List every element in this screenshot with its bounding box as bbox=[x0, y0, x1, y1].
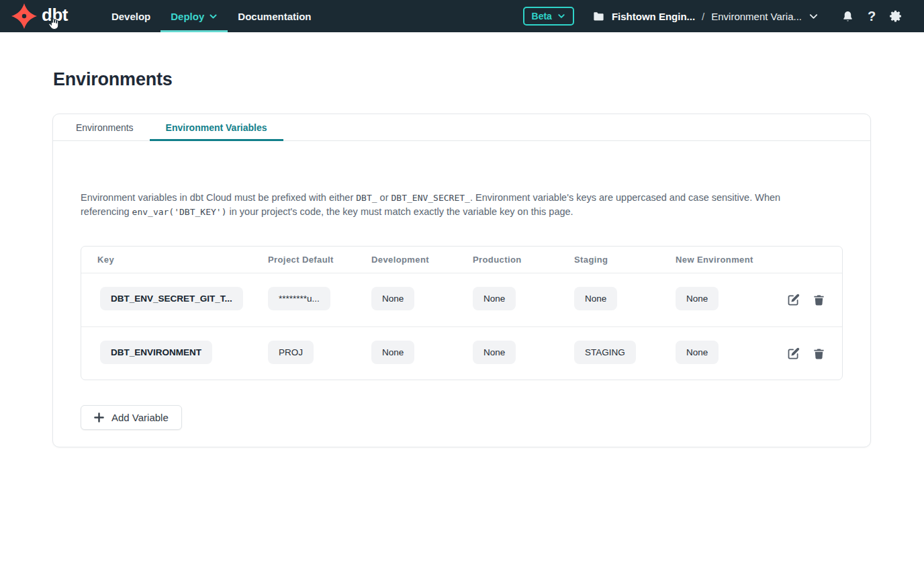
env-var-key-pill: DBT_ENVIRONMENT bbox=[100, 341, 212, 364]
row-actions bbox=[773, 347, 842, 361]
active-tab-underline bbox=[150, 139, 283, 141]
dbt-logo-icon bbox=[11, 3, 38, 30]
env-variables-table: Key Project Default Development Producti… bbox=[81, 246, 843, 380]
delete-variable-button[interactable] bbox=[812, 293, 826, 307]
nav-icon-group: ? bbox=[839, 8, 904, 24]
env-var-development-pill: None bbox=[371, 341, 414, 364]
env-var-key-pill: DBT_ENV_SECRET_GIT_T... bbox=[100, 287, 243, 310]
env-var-new-environment-pill: None bbox=[676, 341, 719, 364]
env-var-production-pill: None bbox=[473, 341, 516, 364]
breadcrumb-separator: / bbox=[702, 11, 704, 22]
env-var-production-pill: None bbox=[473, 287, 516, 310]
table-row: DBT_ENV_SECRET_GIT_T... ********u... Non… bbox=[81, 273, 842, 326]
env-var-project-default-pill: ********u... bbox=[268, 287, 330, 310]
tab-environments[interactable]: Environments bbox=[60, 114, 150, 140]
primary-nav: Develop Deploy Documentation bbox=[101, 0, 322, 32]
help-icon[interactable]: ? bbox=[864, 8, 880, 24]
main-content: Environments Environments Environment Va… bbox=[0, 69, 924, 447]
tab-bar: Environments Environment Variables bbox=[53, 114, 870, 141]
nav-item-deploy[interactable]: Deploy bbox=[160, 0, 228, 32]
code-prefix-dbt-env-secret: DBT_ENV_SECRET_ bbox=[391, 193, 470, 203]
add-variable-button[interactable]: Add Variable bbox=[81, 405, 182, 430]
dbt-logo-text: dbt bbox=[42, 6, 68, 26]
env-var-project-default-pill: PROJ bbox=[268, 341, 314, 364]
nav-item-develop[interactable]: Develop bbox=[101, 0, 160, 32]
chevron-down-icon bbox=[557, 12, 565, 20]
column-header-new-environment: New Environment bbox=[670, 255, 773, 265]
environments-card: Environments Environment Variables Envir… bbox=[52, 114, 871, 447]
row-actions bbox=[773, 293, 842, 307]
env-var-development-pill: None bbox=[371, 287, 414, 310]
tab-environment-variables[interactable]: Environment Variables bbox=[150, 114, 283, 140]
notifications-bell-icon[interactable] bbox=[839, 8, 856, 24]
code-prefix-dbt: DBT_ bbox=[356, 193, 377, 203]
column-header-production: Production bbox=[467, 255, 569, 265]
env-var-staging-pill: STAGING bbox=[574, 341, 636, 364]
breadcrumb-page[interactable]: Environment Varia... bbox=[711, 11, 802, 22]
beta-dropdown[interactable]: Beta bbox=[523, 7, 574, 26]
table-header-row: Key Project Default Development Producti… bbox=[81, 247, 842, 273]
edit-variable-button[interactable] bbox=[786, 347, 800, 361]
column-header-key: Key bbox=[81, 255, 263, 265]
dbt-logo[interactable]: dbt bbox=[11, 0, 85, 32]
folder-icon bbox=[592, 10, 605, 23]
chevron-down-icon bbox=[209, 12, 218, 21]
env-var-new-environment-pill: None bbox=[676, 287, 719, 310]
nav-item-documentation[interactable]: Documentation bbox=[228, 0, 321, 32]
env-var-staging-pill: None bbox=[574, 287, 617, 310]
table-row: DBT_ENVIRONMENT PROJ None None STAGING N… bbox=[81, 326, 842, 380]
breadcrumb-project[interactable]: Fishtown Engin... bbox=[612, 11, 695, 22]
env-vars-description: Environment variables in dbt Cloud must … bbox=[81, 191, 823, 219]
nav-right: Beta Fishtown Engin... / Environment Var… bbox=[523, 0, 904, 32]
column-header-development: Development bbox=[366, 255, 467, 265]
page-title: Environments bbox=[53, 69, 924, 90]
column-header-staging: Staging bbox=[569, 255, 670, 265]
code-env-var-example: env_var('DBT_KEY') bbox=[132, 207, 227, 217]
column-header-project-default: Project Default bbox=[263, 255, 366, 265]
settings-gear-icon[interactable] bbox=[888, 8, 904, 24]
delete-variable-button[interactable] bbox=[812, 347, 826, 361]
deploy-active-underline bbox=[160, 30, 228, 32]
edit-variable-button[interactable] bbox=[786, 293, 800, 307]
chevron-down-icon[interactable] bbox=[808, 11, 819, 21]
top-nav: dbt Develop Deploy Documentation Beta Fi… bbox=[0, 0, 924, 32]
tab-panel-environment-variables: Environment variables in dbt Cloud must … bbox=[53, 191, 870, 430]
plus-icon bbox=[94, 412, 104, 423]
breadcrumb: Fishtown Engin... / Environment Varia... bbox=[592, 10, 819, 23]
